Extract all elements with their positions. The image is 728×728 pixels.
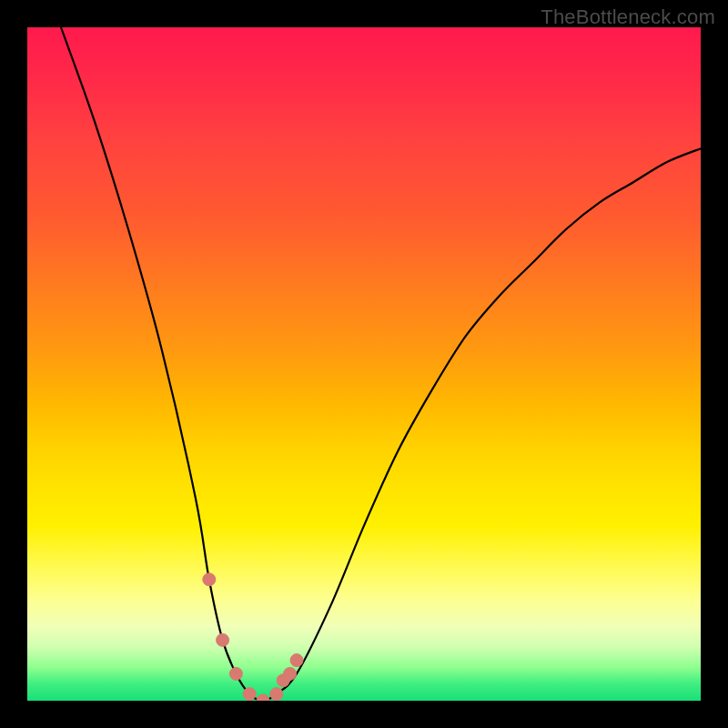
marker-dot [229, 667, 242, 680]
marker-dot [290, 654, 303, 667]
marker-group [203, 573, 303, 701]
marker-dot [217, 633, 229, 646]
marker-dot [257, 694, 269, 701]
marker-dot [270, 688, 283, 701]
curve-svg [27, 27, 701, 701]
plot-area [27, 27, 701, 701]
marker-dot [284, 667, 297, 680]
marker-dot [203, 573, 216, 586]
bottleneck-curve-path [61, 27, 701, 701]
chart-frame: TheBottleneck.com [0, 0, 728, 728]
watermark-text: TheBottleneck.com [541, 5, 715, 29]
marker-dot [243, 688, 256, 701]
